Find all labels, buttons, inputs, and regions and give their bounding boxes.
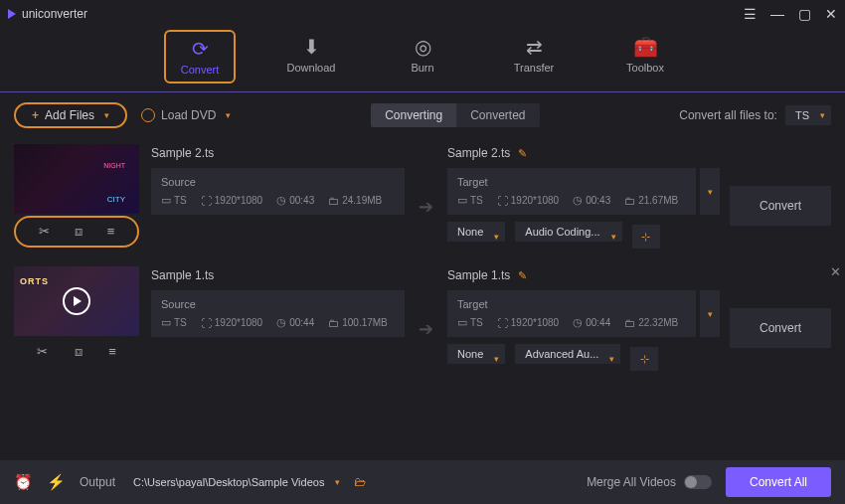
load-dvd-label: Load DVD (161, 108, 216, 122)
add-files-label: Add Files (45, 108, 94, 122)
tab-transfer-label: Transfer (514, 62, 555, 74)
resolution-icon: ⛶ (201, 195, 212, 207)
open-folder-icon[interactable]: 🗁 (354, 475, 366, 489)
tab-download[interactable]: ⬇ Download (275, 30, 347, 84)
source-head: Source (161, 176, 395, 188)
target-panel: Target ▭TS ⛶1920*1080 ◷00:43 🗀21.67MB (447, 168, 696, 215)
resolution-icon: ⛶ (497, 195, 508, 207)
effects-icon[interactable]: ≡ (107, 224, 115, 240)
video-thumbnail[interactable]: ORTS (14, 266, 139, 336)
download-icon: ⬇ (303, 36, 320, 58)
convert-button[interactable]: Convert (730, 308, 831, 348)
caret-down-icon: ▾ (104, 110, 109, 120)
rename-icon[interactable]: ✎ (518, 269, 527, 282)
duration-icon: ◷ (276, 316, 286, 329)
add-files-button[interactable]: + Add Files ▾ (14, 102, 127, 128)
tab-download-label: Download (287, 62, 336, 74)
duration-icon: ◷ (573, 194, 583, 207)
output-label: Output (80, 475, 115, 489)
tab-convert-label: Convert (181, 64, 220, 76)
burn-icon: ◎ (415, 36, 431, 58)
format-icon: ▭ (457, 316, 467, 329)
converting-tab[interactable]: Converting (371, 103, 456, 127)
convert-all-button[interactable]: Convert All (726, 467, 831, 497)
file-row: NIGHT CITY ✂ ⧈ ≡ Sample 2.ts Source ▭TS … (14, 138, 831, 260)
minimize-icon[interactable]: — (770, 6, 784, 22)
app-title: uniconverter (8, 7, 87, 21)
target-file-name: Sample 2.ts (447, 146, 510, 160)
format-icon: ▭ (161, 194, 171, 207)
edit-toolbar: ✂ ⧈ ≡ (14, 216, 139, 248)
edit-toolbar: ✂ ⧈ ≡ (14, 338, 139, 366)
tab-burn[interactable]: ◎ Burn (387, 30, 458, 84)
effects-icon[interactable]: ≡ (108, 344, 116, 360)
gpu-accel-icon[interactable]: ⚡ (47, 473, 66, 491)
transfer-icon: ⇄ (526, 36, 543, 58)
tab-transfer[interactable]: ⇄ Transfer (498, 30, 570, 84)
resolution-icon: ⛶ (497, 317, 508, 329)
target-format-dropdown[interactable]: ▾ (700, 168, 720, 215)
source-head: Source (161, 298, 395, 310)
app-logo-icon (8, 9, 16, 19)
subtitle-select[interactable]: None (447, 222, 505, 242)
close-icon[interactable]: ✕ (825, 6, 837, 22)
audio-settings-button[interactable]: ⊹ (630, 347, 658, 371)
format-icon: ▭ (457, 194, 467, 207)
toolbox-icon: 🧰 (633, 36, 658, 58)
app-name: uniconverter (22, 7, 87, 21)
plus-icon: + (32, 108, 39, 122)
audio-settings-button[interactable]: ⊹ (632, 225, 660, 249)
source-file-name: Sample 2.ts (151, 144, 405, 164)
play-icon (63, 287, 90, 315)
convert-all-format-select[interactable]: TS (785, 105, 831, 125)
tab-toolbox[interactable]: 🧰 Toolbox (609, 30, 681, 84)
size-icon: 🗀 (328, 195, 339, 207)
convert-status-segment: Converting Converted (371, 103, 539, 127)
remove-row-icon[interactable]: ✕ (830, 264, 841, 279)
size-icon: 🗀 (624, 195, 635, 207)
audio-select[interactable]: Advanced Au... (515, 344, 620, 364)
tab-toolbox-label: Toolbox (626, 62, 664, 74)
size-icon: 🗀 (328, 317, 339, 329)
merge-label: Merge All Videos (587, 475, 676, 489)
duration-icon: ◷ (276, 194, 286, 207)
arrow-icon: ➔ (415, 266, 437, 371)
trim-icon[interactable]: ✂ (39, 224, 50, 240)
arrow-icon: ➔ (415, 144, 437, 249)
target-file-name: Sample 1.ts (447, 268, 510, 282)
target-head: Target (457, 298, 686, 310)
file-row: ✕ ORTS ✂ ⧈ ≡ Sample 1.ts Source ▭TS ⛶192… (14, 260, 831, 383)
convert-icon: ⟳ (192, 38, 209, 60)
source-panel: Source ▭TS ⛶1920*1080 ◷00:43 🗀24.19MB (151, 168, 405, 215)
maximize-icon[interactable]: ▢ (798, 6, 811, 22)
rename-icon[interactable]: ✎ (518, 147, 527, 160)
target-format-dropdown[interactable]: ▾ (700, 290, 720, 337)
schedule-icon[interactable]: ⏰ (14, 473, 33, 491)
crop-icon[interactable]: ⧈ (75, 224, 83, 240)
resolution-icon: ⛶ (201, 317, 212, 329)
duration-icon: ◷ (573, 316, 583, 329)
format-icon: ▭ (161, 316, 171, 329)
size-icon: 🗀 (624, 317, 635, 329)
subtitle-select[interactable]: None (447, 344, 505, 364)
output-path-select[interactable]: C:\Users\payal\Desktop\Sample Videos (123, 472, 346, 492)
converted-tab[interactable]: Converted (456, 103, 539, 127)
audio-select[interactable]: Audio Coding... (515, 222, 621, 242)
tab-convert[interactable]: ⟳ Convert (164, 30, 236, 84)
convert-all-label: Convert all files to: (679, 108, 777, 122)
load-dvd-button[interactable]: Load DVD ▾ (141, 108, 231, 122)
video-thumbnail[interactable]: NIGHT CITY (14, 144, 139, 214)
dvd-icon (141, 108, 155, 122)
merge-toggle[interactable] (684, 475, 712, 489)
crop-icon[interactable]: ⧈ (75, 344, 83, 360)
target-panel: Target ▭TS ⛶1920*1080 ◷00:44 🗀22.32MB (447, 290, 696, 337)
source-file-name: Sample 1.ts (151, 266, 405, 286)
convert-button[interactable]: Convert (730, 186, 831, 226)
caret-down-icon: ▾ (226, 110, 231, 120)
menu-icon[interactable]: ☰ (744, 6, 757, 22)
tab-burn-label: Burn (411, 62, 433, 74)
trim-icon[interactable]: ✂ (37, 344, 48, 360)
source-panel: Source ▭TS ⛶1920*1080 ◷00:44 🗀100.17MB (151, 290, 405, 337)
target-head: Target (457, 176, 686, 188)
